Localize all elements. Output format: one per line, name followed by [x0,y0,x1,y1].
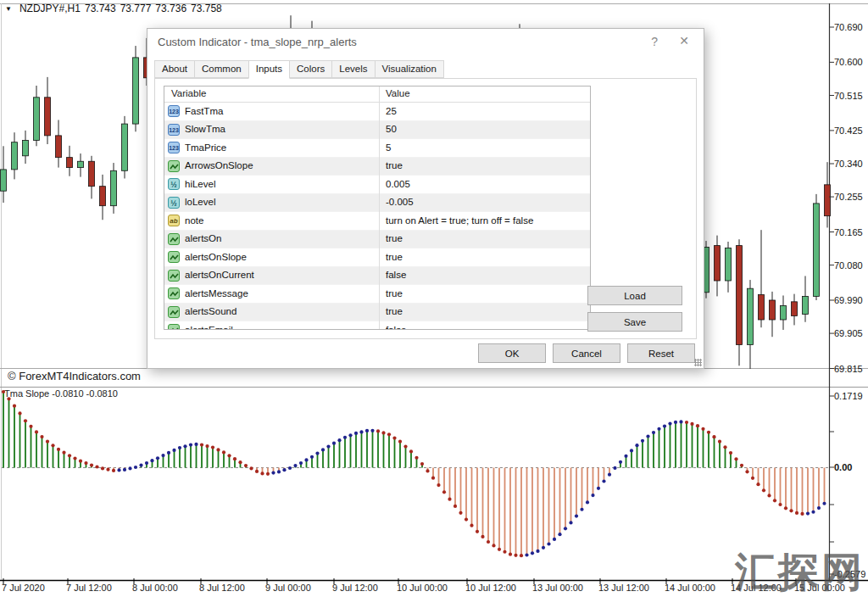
candle [122,116,128,179]
price-axis-label: 69.905 [834,328,863,338]
time-axis-label: 9 Jul 00:00 [265,583,311,593]
ok-button[interactable]: OK [478,343,546,363]
param-value[interactable]: 5 [386,142,391,153]
dialog-tabs: AboutCommonInputsColorsLevelsVisualizati… [154,60,443,79]
tab-visualization[interactable]: Visualization [375,60,444,78]
param-value[interactable]: true [386,160,403,170]
time-axis-label: 8 Jul 12:00 [199,583,245,593]
time-axis-label: 7 Jul 12:00 [66,583,112,593]
ohlc-close: 73.758 [191,3,222,14]
time-axis-label: 14 Jul 00:00 [665,583,715,593]
close-icon[interactable]: ✕ [679,34,689,47]
param-name: loLevel [185,197,215,207]
param-value[interactable]: true [386,233,403,243]
param-name: ArrowsOnSlope [185,160,253,170]
param-value[interactable]: true [386,252,403,262]
param-value[interactable]: 50 [386,124,397,134]
price-axis-label: 70.255 [834,192,863,202]
param-value[interactable]: 0.005 [386,179,410,189]
copyright-label: © ForexMT4Indicators.com [8,370,141,382]
tab-about[interactable]: About [154,60,195,78]
bool-param-icon [168,160,180,172]
cancel-button[interactable]: Cancel [553,343,620,363]
param-row[interactable]: 123FastTma25 [164,103,590,121]
tab-levels[interactable]: Levels [331,60,375,78]
tab-common[interactable]: Common [194,60,249,78]
param-value[interactable]: false [386,270,406,280]
price-axis-label: 70.690 [834,22,863,32]
bool-param-icon [168,251,180,263]
candle [23,131,29,164]
candle [67,146,73,176]
candle [56,120,62,167]
ohlc-high: 73.777 [120,3,152,14]
param-name: alertsMessage [185,288,248,298]
price-axis-label: 70.340 [834,159,863,169]
site-watermark: 汇探网 [735,548,865,597]
help-icon[interactable]: ? [651,35,658,48]
table-header: Variable Value [164,86,590,103]
price-axis-label: 70.080 [834,260,863,271]
candle [781,295,787,329]
param-name: hiLevel [185,179,215,189]
bool-param-icon [168,324,180,330]
param-row[interactable]: alertsOntrue [164,231,590,249]
candle [34,86,40,146]
param-row[interactable]: alertsSoundtrue [164,304,590,322]
column-header-variable: Variable [171,88,206,98]
price-axis-label: 69.815 [834,364,863,374]
column-header-value: Value [386,88,410,98]
candle [111,163,117,214]
load-button[interactable]: Load [587,286,682,305]
param-name: alertsOn [185,233,221,243]
custom-indicator-dialog: Custom Indicator - tma_slope_nrp_alerts … [147,28,704,369]
integer-param-icon: 123 [168,142,180,153]
dialog-title: Custom Indicator - tma_slope_nrp_alerts [158,36,357,48]
param-row[interactable]: alertsEmailfalse [164,321,590,330]
candle [78,153,84,177]
candle [770,292,776,337]
candle [792,294,798,326]
resize-grip[interactable] [694,359,702,366]
reset-button[interactable]: Reset [627,343,695,363]
candle [748,280,754,369]
param-value[interactable]: true [386,288,403,298]
tab-colors[interactable]: Colors [289,60,332,78]
mt4-chart-window: ▼NZDJPY#,H173.74373.77773.73673.758 © Fo… [0,0,868,597]
param-row[interactable]: ArrowsOnSlopetrue [164,158,590,176]
param-row[interactable]: abnoteturn on Alert = true; turn off = f… [164,212,590,231]
collapse-chart-icon[interactable]: ▼ [5,5,12,13]
param-value[interactable]: -0.005 [386,197,414,207]
price-axis-label: 70.165 [834,227,863,237]
candle [726,242,732,293]
param-row[interactable]: ½loLevel-0.005 [164,194,590,213]
param-value[interactable]: turn on Alert = true; turn off = false [386,215,533,226]
inputs-tab-page: Variable Value 123FastTma25123SlowTma501… [154,78,697,339]
param-value[interactable]: false [386,325,406,331]
param-row[interactable]: 123SlowTma50 [164,121,590,140]
price-axis-label: 70.515 [834,91,863,101]
save-button[interactable]: Save [587,312,682,332]
param-name: FastTma [185,106,223,116]
candle [12,132,18,179]
param-value[interactable]: 25 [386,106,397,116]
string-param-icon: ab [168,215,180,226]
parameters-table: Variable Value 123FastTma25123SlowTma501… [164,86,591,330]
param-value[interactable]: true [386,306,403,316]
indicator-axis-label: 0.00 [834,462,852,472]
param-name: alertsOnCurrent [185,270,254,280]
tab-inputs[interactable]: Inputs [248,60,290,79]
param-row[interactable]: 123TmaPrice5 [164,139,590,158]
param-name: note [185,215,203,226]
integer-param-icon: 123 [168,124,180,136]
ohlc-low: 73.736 [155,3,186,14]
candle [814,194,820,300]
param-row[interactable]: alertsOnCurrentfalse [164,267,590,286]
time-axis-label: 9 Jul 12:00 [332,583,378,593]
bool-param-icon [168,233,180,245]
param-row[interactable]: alertsMessagetrue [164,285,590,304]
candle [803,276,809,321]
table-rows: 123FastTma25123SlowTma50123TmaPrice5Arro… [164,103,590,330]
param-row[interactable]: ½hiLevel0.005 [164,176,590,194]
param-row[interactable]: alertsOnSlopetrue [164,248,590,267]
